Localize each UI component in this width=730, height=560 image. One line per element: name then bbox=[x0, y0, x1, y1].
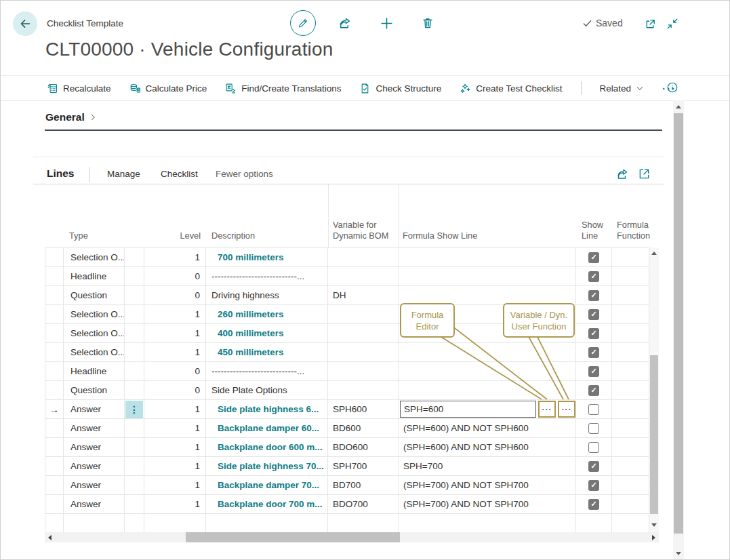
variable-cell[interactable]: BD700 bbox=[328, 476, 399, 494]
show-line-cell[interactable] bbox=[576, 514, 612, 532]
show-line-checkbox-checked[interactable]: ✓ bbox=[588, 385, 599, 396]
show-line-cell[interactable]: ✓ bbox=[576, 267, 612, 285]
type-cell[interactable]: Answer bbox=[64, 438, 125, 456]
formula-show-line-cell[interactable]: (SPH=700) AND NOT SPH700 bbox=[399, 495, 576, 513]
level-cell[interactable]: 0 bbox=[144, 286, 206, 304]
description-cell[interactable]: ----------------------------... bbox=[206, 267, 328, 285]
table-vertical-scrollbar[interactable] bbox=[649, 247, 659, 532]
formula-function-cell[interactable] bbox=[612, 476, 649, 494]
show-line-cell[interactable]: ✓ bbox=[576, 286, 612, 304]
variable-cell[interactable]: DH bbox=[328, 286, 399, 304]
collapse-button[interactable] bbox=[666, 18, 678, 30]
description-cell[interactable]: 700 millimeters bbox=[206, 248, 328, 266]
type-cell[interactable]: Headline bbox=[64, 267, 125, 285]
show-line-cell[interactable] bbox=[576, 438, 612, 456]
edit-button[interactable] bbox=[290, 10, 316, 36]
level-cell[interactable]: 1 bbox=[144, 457, 206, 475]
tab-checklist[interactable]: Checklist bbox=[161, 169, 198, 179]
row-selector-cell[interactable] bbox=[45, 286, 64, 304]
show-line-cell[interactable]: ✓ bbox=[576, 248, 612, 266]
type-cell[interactable]: Selection O... bbox=[64, 305, 125, 323]
related-menu[interactable]: Related bbox=[600, 83, 645, 94]
back-button[interactable] bbox=[13, 12, 37, 36]
variable-cell[interactable] bbox=[328, 381, 399, 399]
row-menu-cell[interactable] bbox=[125, 438, 144, 456]
variable-dyn-user-function-assist-button[interactable]: ··· bbox=[558, 401, 575, 418]
table-horizontal-scrollbar-thumb[interactable] bbox=[186, 532, 400, 542]
row-menu-cell[interactable] bbox=[125, 267, 144, 285]
row-menu-cell[interactable] bbox=[125, 476, 144, 494]
formula-function-cell[interactable] bbox=[612, 286, 649, 304]
row-menu-cell[interactable] bbox=[125, 248, 144, 266]
level-cell[interactable]: 1 bbox=[144, 248, 206, 266]
row-selector-cell[interactable] bbox=[45, 438, 64, 456]
page-vertical-scrollbar[interactable] bbox=[673, 100, 684, 560]
formula-show-line-cell[interactable]: (SPH=600) AND NOT SPH600 bbox=[399, 438, 576, 456]
page-vertical-scrollbar-thumb[interactable] bbox=[674, 113, 683, 534]
formula-show-line-cell[interactable] bbox=[399, 286, 576, 304]
type-cell[interactable]: Answer bbox=[64, 419, 125, 437]
row-menu-cell[interactable] bbox=[125, 381, 144, 399]
formula-function-cell[interactable] bbox=[612, 438, 649, 456]
column-header-type[interactable]: Type bbox=[69, 231, 88, 241]
type-cell[interactable]: Selection O... bbox=[64, 248, 125, 266]
level-cell[interactable]: 0 bbox=[144, 381, 206, 399]
type-cell[interactable]: Answer bbox=[64, 400, 125, 418]
column-header-formula-show-line[interactable]: Formula Show Line bbox=[403, 231, 477, 241]
section-general[interactable]: General bbox=[45, 111, 97, 123]
formula-function-cell[interactable] bbox=[612, 495, 649, 513]
scroll-down-arrow[interactable] bbox=[676, 552, 681, 555]
show-line-checkbox-unchecked[interactable] bbox=[588, 404, 599, 415]
variable-cell[interactable] bbox=[328, 267, 399, 285]
variable-cell[interactable] bbox=[328, 362, 399, 380]
level-cell[interactable]: 1 bbox=[144, 419, 206, 437]
new-button[interactable] bbox=[380, 16, 394, 31]
type-cell[interactable]: Selection O... bbox=[64, 343, 125, 361]
share-button[interactable] bbox=[338, 16, 352, 31]
level-cell[interactable]: 1 bbox=[144, 400, 206, 418]
description-cell[interactable]: Backplane door 600 m... bbox=[206, 438, 328, 456]
scroll-up-arrow[interactable] bbox=[676, 105, 681, 108]
scroll-up-arrow[interactable] bbox=[651, 252, 657, 255]
formula-show-line-cell[interactable]: (SPH=600) AND NOT SPH600 bbox=[399, 419, 576, 437]
description-cell[interactable]: Side plate highness 70... bbox=[206, 457, 328, 475]
row-menu-cell[interactable] bbox=[125, 419, 144, 437]
delete-button[interactable] bbox=[421, 16, 434, 30]
variable-cell[interactable]: BDO700 bbox=[328, 495, 399, 513]
table-horizontal-scrollbar[interactable] bbox=[45, 532, 659, 542]
scroll-down-arrow[interactable] bbox=[651, 523, 657, 527]
formula-function-cell[interactable] bbox=[612, 514, 649, 532]
row-selector-cell[interactable] bbox=[45, 248, 64, 266]
action-create-test-checklist[interactable]: Create Test Checklist bbox=[460, 83, 562, 94]
description-cell[interactable]: Backplane door 700 m... bbox=[206, 495, 328, 513]
formula-function-cell[interactable] bbox=[612, 381, 649, 399]
show-line-checkbox-checked[interactable]: ✓ bbox=[588, 480, 599, 491]
level-cell[interactable]: 0 bbox=[144, 267, 206, 285]
show-line-cell[interactable]: ✓ bbox=[576, 343, 612, 361]
formula-function-cell[interactable] bbox=[612, 457, 649, 475]
level-cell[interactable]: 1 bbox=[144, 476, 206, 494]
lines-focus-mode-button[interactable] bbox=[638, 167, 651, 180]
variable-cell[interactable] bbox=[328, 305, 399, 323]
row-selector-cell[interactable] bbox=[45, 495, 64, 513]
type-cell[interactable]: Answer bbox=[64, 476, 125, 494]
show-line-cell[interactable] bbox=[576, 400, 612, 418]
description-cell[interactable]: Backplane damper 60... bbox=[206, 419, 328, 437]
variable-cell[interactable] bbox=[328, 248, 399, 266]
scroll-right-arrow[interactable] bbox=[652, 535, 655, 540]
row-menu-cell[interactable] bbox=[125, 324, 144, 342]
type-cell[interactable]: Answer bbox=[64, 495, 125, 513]
level-cell[interactable]: 1 bbox=[144, 343, 206, 361]
action-calculate-price[interactable]: Calculate Price bbox=[129, 83, 207, 94]
formula-show-line-cell[interactable] bbox=[399, 381, 576, 399]
row-menu-cell[interactable] bbox=[125, 514, 144, 532]
formula-show-line-cell[interactable]: (SPH=700) AND NOT SPH700 bbox=[399, 476, 576, 494]
description-cell[interactable]: ----------------------------... bbox=[206, 362, 328, 380]
column-header-description[interactable]: Description bbox=[211, 231, 255, 241]
row-selector-cell[interactable] bbox=[45, 457, 64, 475]
row-menu-cell[interactable] bbox=[125, 457, 144, 475]
formula-function-cell[interactable] bbox=[612, 343, 649, 361]
type-cell[interactable]: Answer bbox=[64, 457, 125, 475]
show-line-checkbox-checked[interactable]: ✓ bbox=[588, 328, 599, 339]
type-cell[interactable]: Question bbox=[64, 286, 125, 304]
